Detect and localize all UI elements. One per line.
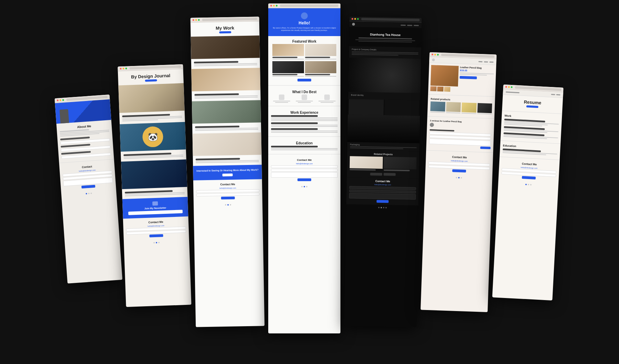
resume-work: Work bbox=[500, 112, 562, 142]
blog-contact: Contact Me hello@dividesign.com bbox=[123, 216, 189, 241]
p-send[interactable] bbox=[221, 196, 235, 199]
tea-send[interactable] bbox=[376, 200, 388, 203]
tea-contact-label: Contact Me bbox=[349, 179, 416, 183]
tea-name[interactable] bbox=[349, 186, 416, 190]
res-send[interactable] bbox=[522, 176, 535, 179]
nav-dots-3 bbox=[194, 201, 262, 207]
dot-3 bbox=[90, 192, 92, 194]
related-items bbox=[430, 101, 492, 115]
hello-email[interactable]: hello@dividesign.com bbox=[271, 163, 338, 165]
p-name[interactable] bbox=[196, 189, 259, 193]
cta-text: Interested In Seeing Or Hearing More Abo… bbox=[196, 168, 259, 173]
nav-dots-5 bbox=[346, 204, 419, 210]
hello-contact: Contact Me hello@dividesign.com bbox=[268, 155, 340, 184]
hero-photo bbox=[55, 99, 111, 123]
related-2 bbox=[383, 157, 416, 172]
blog-img-2: 🐼 bbox=[120, 122, 186, 152]
p-email[interactable] bbox=[196, 192, 260, 196]
dot-7-1 bbox=[525, 184, 526, 185]
project-1 bbox=[191, 58, 260, 69]
cta-section: Interested In Seeing Or Hearing More Abo… bbox=[193, 165, 262, 180]
contact-section: Contact hello@dividesign.com bbox=[59, 160, 116, 192]
experience-section: Work Experience bbox=[268, 107, 340, 135]
feat-img-2 bbox=[305, 44, 337, 56]
about-section: About Me bbox=[56, 120, 114, 162]
h-message[interactable] bbox=[271, 172, 338, 178]
dot-4-3 bbox=[306, 186, 307, 187]
rel-prod-1 bbox=[430, 101, 445, 113]
tea-main-img bbox=[348, 57, 421, 93]
dot-5-2 bbox=[380, 207, 382, 208]
browser-bar-4 bbox=[268, 3, 340, 8]
portfolio-email[interactable]: hello@dividesign.com bbox=[196, 186, 259, 189]
card-product: Leather Pencil Bag $19.05 Related produc… bbox=[421, 52, 497, 312]
dot-green-6 bbox=[437, 54, 439, 55]
dot-yellow-5 bbox=[354, 18, 356, 20]
product-title: Leather Pencil Bag bbox=[460, 66, 494, 69]
rel-img-1 bbox=[350, 156, 383, 169]
greeting: Hello! bbox=[271, 21, 338, 25]
newsletter-input[interactable] bbox=[128, 210, 183, 215]
tea-email[interactable]: hello@dividesign.com bbox=[349, 183, 416, 186]
packaging-section: Packaging bbox=[347, 142, 420, 152]
brand-grid bbox=[348, 99, 420, 116]
thumb-3[interactable] bbox=[444, 87, 450, 92]
send-button[interactable] bbox=[82, 185, 95, 188]
dot-5-3 bbox=[383, 207, 384, 208]
thumb-1[interactable] bbox=[430, 86, 436, 91]
reviewer-avatar-1 bbox=[430, 122, 434, 126]
project-img-1 bbox=[191, 35, 260, 59]
resume-download[interactable] bbox=[526, 105, 538, 108]
skills-title: What I Do Best bbox=[271, 90, 338, 94]
project-2 bbox=[192, 90, 260, 101]
dot-red bbox=[57, 99, 58, 101]
rel-prod-4 bbox=[477, 103, 492, 115]
dot-5-4 bbox=[385, 207, 387, 208]
related-1 bbox=[350, 156, 383, 172]
tea-hero: Dianhong Tea House bbox=[349, 27, 422, 47]
skill-1 bbox=[271, 95, 292, 103]
packaging-label: Packaging bbox=[350, 143, 417, 146]
add-to-cart-btn[interactable] bbox=[460, 76, 477, 79]
featured-2 bbox=[305, 44, 337, 60]
featured-grid bbox=[271, 44, 338, 77]
rel-prod-3 bbox=[461, 102, 477, 114]
divider-1 bbox=[268, 85, 340, 86]
cta-button[interactable] bbox=[222, 173, 233, 176]
job-1 bbox=[271, 115, 338, 121]
prod-send[interactable] bbox=[452, 169, 466, 172]
rel-prod-img-3 bbox=[461, 102, 476, 112]
nav-dots-4 bbox=[268, 184, 340, 189]
skills-section: What I Do Best bbox=[268, 87, 340, 105]
h-email[interactable] bbox=[271, 169, 338, 172]
dot-3-2 bbox=[227, 204, 229, 205]
dot-6-1 bbox=[456, 177, 457, 178]
brand-section: Brand Identity bbox=[348, 92, 420, 100]
h-send[interactable] bbox=[297, 178, 311, 181]
related-grid bbox=[350, 156, 417, 172]
blog-send[interactable] bbox=[149, 234, 163, 237]
rel-btn-2[interactable] bbox=[383, 173, 395, 176]
rel-btn-1[interactable] bbox=[370, 173, 382, 176]
h-name[interactable] bbox=[271, 165, 338, 168]
dot-yellow-6 bbox=[434, 54, 436, 55]
resume-header: Resume bbox=[502, 95, 563, 112]
featured-section: Featured Work bbox=[268, 36, 340, 84]
skill-3 bbox=[316, 95, 338, 103]
tea-contact: Contact Me hello@dividesign.com bbox=[346, 177, 419, 206]
tea-email-field[interactable] bbox=[349, 189, 416, 193]
featured-4 bbox=[305, 61, 337, 77]
submit-review-btn[interactable] bbox=[480, 146, 490, 149]
divider-4 bbox=[268, 154, 340, 154]
dot-yellow-3 bbox=[195, 19, 197, 21]
card-portfolio: My Work bbox=[191, 16, 265, 327]
blog-img-3 bbox=[121, 159, 187, 189]
thumb-2[interactable] bbox=[437, 86, 443, 91]
tea-message[interactable] bbox=[349, 193, 416, 199]
project-img-4 bbox=[193, 132, 262, 156]
hello-hero: Hello! My name is Brian, I'm a Senior Pr… bbox=[268, 8, 340, 36]
nav-l-3 bbox=[414, 25, 419, 26]
more-work-btn[interactable] bbox=[297, 79, 311, 81]
resume-job-3 bbox=[503, 132, 558, 140]
job-3 bbox=[271, 128, 338, 133]
